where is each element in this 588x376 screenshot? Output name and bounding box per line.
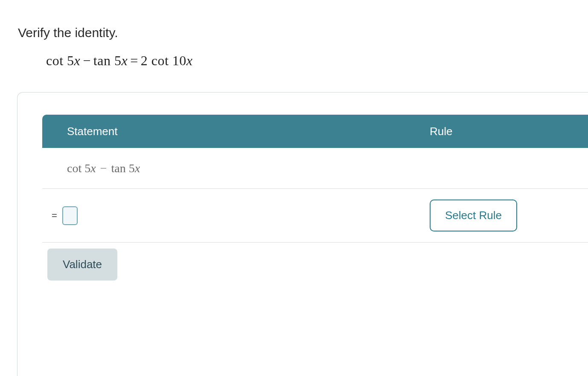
table-row: cot 5x−tan 5x bbox=[42, 148, 588, 189]
table-row: = Select Rule bbox=[42, 189, 588, 243]
validate-button[interactable]: Validate bbox=[47, 249, 117, 281]
rule-cell: Select Rule bbox=[430, 200, 517, 231]
identity-equation: cot 5x−tan 5x=2 cot 10x bbox=[0, 40, 588, 69]
select-rule-button[interactable]: Select Rule bbox=[430, 200, 517, 231]
header-statement: Statement bbox=[42, 125, 430, 138]
footer-row: Validate bbox=[42, 243, 588, 281]
proof-table: Statement Rule cot 5x−tan 5x = Select Ru… bbox=[42, 115, 588, 281]
equals-sign: = bbox=[52, 210, 57, 221]
answer-input[interactable] bbox=[62, 206, 78, 225]
instruction-text: Verify the identity. bbox=[0, 0, 588, 40]
proof-panel: Statement Rule cot 5x−tan 5x = Select Ru… bbox=[17, 92, 588, 376]
statement-cell: cot 5x−tan 5x bbox=[42, 162, 430, 175]
statement-cell: = bbox=[42, 206, 430, 225]
header-rule: Rule bbox=[430, 125, 452, 138]
table-header-row: Statement Rule bbox=[42, 115, 588, 148]
